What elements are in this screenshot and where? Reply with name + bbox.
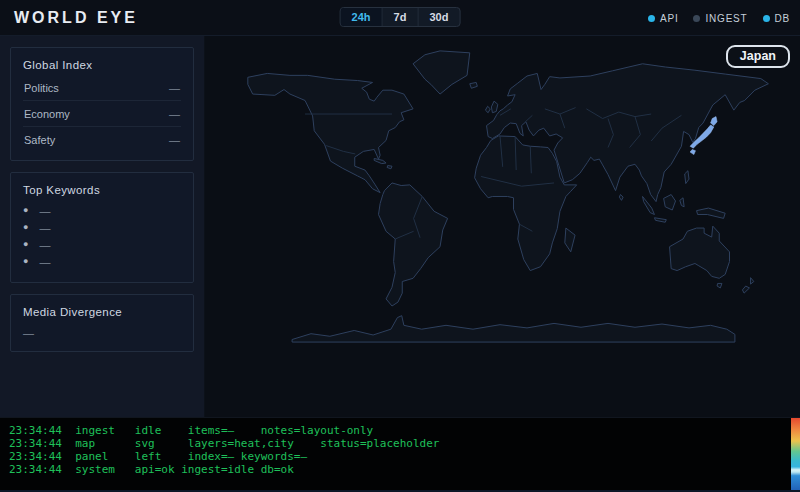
keyword-text: — (39, 205, 50, 217)
range-button-30d[interactable]: 30d (418, 8, 459, 26)
media-divergence-panel: Media Divergence — (10, 294, 194, 352)
status-api: API (648, 13, 679, 24)
keyword-item: ● — (23, 202, 181, 219)
db-status-label: DB (775, 13, 791, 24)
top-keywords-title: Top Keywords (23, 184, 181, 196)
api-status-label: API (660, 13, 679, 24)
ingest-status-label: INGEST (705, 13, 747, 24)
keyword-item: ● — (23, 219, 181, 236)
terminal-log: 23:34:44 ingest idle items=— notes=layou… (0, 417, 800, 492)
status-ingest: INGEST (693, 13, 747, 24)
range-button-24h[interactable]: 24h (341, 8, 383, 26)
time-range-group: 24h 7d 30d (340, 7, 461, 27)
range-button-7d[interactable]: 7d (383, 8, 419, 26)
selected-country-label: Japan (726, 45, 790, 68)
keyword-text: — (39, 239, 50, 251)
index-value: — (169, 82, 180, 94)
index-value: — (169, 108, 180, 120)
heat-scale-legend (791, 418, 800, 492)
keyword-item: ● — (23, 236, 181, 253)
bullet-icon: ● (23, 240, 28, 249)
api-status-dot-icon (648, 15, 655, 22)
global-index-title: Global Index (23, 59, 181, 71)
log-line: 23:34:44 map svg layers=heat,city status… (9, 437, 800, 450)
global-index-panel: Global Index Politics — Economy — Safety… (10, 47, 194, 161)
world-map[interactable] (230, 38, 770, 373)
bullet-icon: ● (23, 206, 28, 215)
index-row-safety: Safety — (23, 127, 181, 148)
top-keywords-panel: Top Keywords ● — ● — ● — ● — (10, 172, 194, 283)
keyword-item: ● — (23, 253, 181, 270)
keyword-list: ● — ● — ● — ● — (23, 202, 181, 270)
db-status-dot-icon (763, 15, 770, 22)
topbar: WORLD EYE 24h 7d 30d API INGEST DB (0, 0, 800, 36)
log-line: 23:34:44 system api=ok ingest=idle db=ok (9, 463, 800, 476)
media-divergence-value: — (23, 327, 181, 339)
index-row-economy: Economy — (23, 101, 181, 127)
keyword-text: — (39, 222, 50, 234)
bullet-icon: ● (23, 257, 28, 266)
index-label: Safety (24, 134, 55, 146)
index-label: Economy (24, 108, 70, 120)
ingest-status-dot-icon (693, 15, 700, 22)
left-sidebar: Global Index Politics — Economy — Safety… (0, 36, 205, 417)
index-value: — (169, 134, 180, 146)
bullet-icon: ● (23, 223, 28, 232)
media-divergence-title: Media Divergence (23, 306, 181, 318)
index-label: Politics (24, 82, 59, 94)
status-db: DB (763, 13, 791, 24)
log-line: 23:34:44 panel left index=— keywords=— (9, 450, 800, 463)
map-area: Japan (205, 36, 800, 417)
status-indicators: API INGEST DB (648, 0, 790, 36)
index-row-politics: Politics — (23, 75, 181, 101)
keyword-text: — (39, 256, 50, 268)
app-title: WORLD EYE (14, 9, 138, 27)
log-line: 23:34:44 ingest idle items=— notes=layou… (9, 424, 800, 437)
